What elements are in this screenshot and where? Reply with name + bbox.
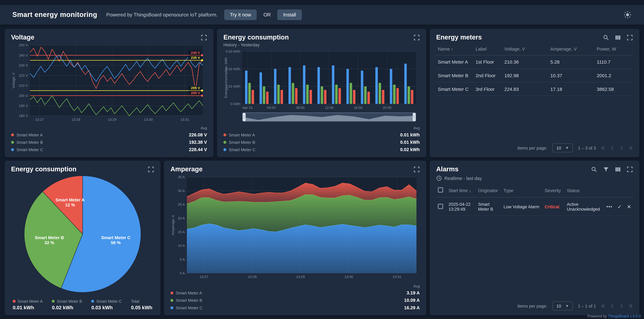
svg-text:240 V: 240 V bbox=[19, 54, 28, 57]
legend-item-meter-b[interactable]: Smart Meter B192.38 V bbox=[11, 138, 207, 146]
first-page-button[interactable] bbox=[601, 145, 606, 150]
svg-text:13:30: 13:30 bbox=[344, 275, 353, 279]
cell-originator: Smart Meter B bbox=[476, 197, 502, 216]
first-page-button[interactable] bbox=[601, 304, 606, 308]
cell-label: 2nd Floor bbox=[474, 69, 503, 82]
column-severity[interactable]: Severity bbox=[543, 184, 565, 197]
cell-power: 3862.58 bbox=[595, 82, 633, 96]
energy-bar-chart[interactable]: 0.03 kWh0.02 kWh0.01 kWh0 kWhApr 2104:00… bbox=[224, 49, 420, 110]
legend-item-meter-a[interactable]: Smart Meter A 0.01 kWh bbox=[13, 299, 42, 310]
legend-item-meter-c[interactable]: Smart Meter C228.44 V bbox=[11, 146, 207, 153]
svg-text:13:29: 13:29 bbox=[296, 275, 305, 279]
theme-toggle-sun-icon[interactable] bbox=[624, 11, 632, 19]
fullscreen-icon[interactable] bbox=[201, 34, 207, 40]
alarm-row[interactable]: 2025-04-22 13:29:49 Smart Meter B Low Vo… bbox=[436, 197, 633, 216]
cell-amperage: 17.18 bbox=[549, 82, 595, 96]
try-it-now-button[interactable]: Try it now bbox=[224, 10, 257, 20]
dashboard: Smart energy monitoring Powered by Thing… bbox=[0, 0, 644, 319]
last-page-button[interactable] bbox=[628, 145, 633, 150]
fullscreen-icon[interactable] bbox=[627, 34, 633, 40]
legend-value: 0.01 kWh bbox=[400, 140, 420, 144]
previous-page-button[interactable] bbox=[610, 304, 615, 308]
cell-voltage: 224.83 bbox=[503, 82, 549, 96]
column-amperage[interactable]: Amperage, V bbox=[549, 43, 595, 55]
pie-legend: Smart Meter A 0.01 kWh Smart Meter B 0.0… bbox=[11, 298, 154, 311]
column-label[interactable]: Label bbox=[474, 43, 503, 55]
series-color-dot bbox=[11, 133, 14, 136]
filter-icon[interactable] bbox=[603, 166, 609, 172]
select-all-checkbox[interactable] bbox=[438, 187, 443, 192]
items-per-page-select[interactable]: 10▼ bbox=[552, 143, 573, 152]
column-power[interactable]: Power, W bbox=[595, 43, 633, 55]
columns-icon[interactable] bbox=[615, 166, 621, 172]
svg-text:10 A: 10 A bbox=[178, 244, 185, 248]
search-icon[interactable] bbox=[591, 166, 597, 172]
cell-amperage: 10.37 bbox=[549, 69, 595, 82]
series-color-dot bbox=[170, 306, 173, 309]
dashboard-subtitle: Powered by ThingsBoard opensource IoT pl… bbox=[106, 12, 218, 18]
voltage-line-chart[interactable]: 250 V240 V230 V220 V210 V200 V190 V180 V… bbox=[11, 43, 207, 122]
legend-value: 16.29 A bbox=[404, 305, 420, 310]
more-actions-button[interactable]: ••• bbox=[606, 204, 612, 209]
legend-item-meter-a[interactable]: Smart Meter A3.19 A bbox=[170, 289, 420, 296]
legend-item-meter-b[interactable]: Smart Meter B0.01 kWh bbox=[224, 138, 420, 146]
table-row[interactable]: Smart Meter C 3rd Floor 224.83 17.18 386… bbox=[436, 82, 633, 96]
series-color-dot bbox=[13, 300, 16, 302]
column-status[interactable]: Status bbox=[565, 184, 602, 197]
alarms-card: Alarms Realtime - last day Start time↓ bbox=[430, 160, 640, 316]
svg-text:13:28: 13:28 bbox=[72, 118, 80, 122]
legend-item-meter-b[interactable]: Smart Meter B10.09 A bbox=[170, 296, 420, 304]
svg-text:13:28: 13:28 bbox=[248, 275, 257, 279]
legend-item-meter-b[interactable]: Smart Meter B 0.02 kWh bbox=[52, 299, 82, 310]
legend-item-meter-a[interactable]: Smart Meter A0.01 kWh bbox=[224, 131, 420, 138]
legend-item-meter-a[interactable]: Smart Meter A226.08 V bbox=[11, 131, 207, 138]
table-row[interactable]: Smart Meter B 2nd Floor 192.98 10.37 200… bbox=[436, 69, 633, 82]
fullscreen-icon[interactable] bbox=[414, 166, 420, 172]
range-handle-left[interactable] bbox=[243, 113, 246, 121]
fullscreen-icon[interactable] bbox=[414, 34, 420, 40]
chevron-down-icon: ▼ bbox=[565, 304, 569, 308]
column-voltage[interactable]: Voltage, V bbox=[503, 43, 549, 55]
acknowledge-button[interactable]: ✓ bbox=[618, 204, 622, 209]
card-title: Energy meters bbox=[436, 34, 482, 41]
next-page-button[interactable] bbox=[619, 304, 624, 308]
voltage-card: Voltage 250 V240 V230 V220 V210 V200 V19… bbox=[4, 29, 214, 158]
energy-meters-table: Name↑ Label Voltage, V Amperage, V Power… bbox=[436, 43, 633, 96]
amperage-area-chart[interactable]: 35 A30 A25 A20 A15 A10 A5 A0 A13:2713:28… bbox=[170, 174, 420, 281]
legend-value: 226.08 V bbox=[189, 132, 207, 137]
energy-pie-chart[interactable]: Smart Meter C56 %Smart Meter B32 %Smart … bbox=[11, 174, 154, 294]
cell-voltage: 192.98 bbox=[503, 69, 549, 82]
legend-name: Smart Meter B bbox=[16, 140, 43, 144]
range-handle-right[interactable] bbox=[413, 113, 416, 121]
fullscreen-icon[interactable] bbox=[627, 166, 633, 172]
series-color-dot bbox=[224, 148, 226, 151]
column-name[interactable]: Name↑ bbox=[436, 43, 474, 55]
dashboard-title: Smart energy monitoring bbox=[12, 11, 97, 19]
legend-item-meter-c[interactable]: Smart Meter C 0.03 kWh bbox=[91, 299, 122, 310]
thingsboard-version-link[interactable]: ThingsBoard v.4.0.0 bbox=[608, 314, 641, 318]
fullscreen-icon[interactable] bbox=[148, 166, 154, 172]
table-row[interactable]: Smart Meter A 1st Floor 210.36 5.28 1110… bbox=[436, 55, 633, 69]
legend-item-meter-c[interactable]: Smart Meter C0.02 kWh bbox=[224, 146, 420, 153]
alarms-timewindow[interactable]: Realtime - last day bbox=[436, 174, 633, 184]
columns-icon[interactable] bbox=[615, 34, 621, 40]
clear-alarm-button[interactable]: ✕ bbox=[627, 204, 631, 209]
previous-page-button[interactable] bbox=[610, 145, 615, 150]
svg-text:13:31: 13:31 bbox=[180, 118, 189, 122]
legend-name: Smart Meter A bbox=[176, 290, 202, 295]
search-icon[interactable] bbox=[603, 34, 609, 40]
last-page-button[interactable] bbox=[628, 304, 633, 308]
cell-name: Smart Meter B bbox=[436, 69, 474, 82]
column-start-time[interactable]: Start time↓ bbox=[447, 184, 476, 197]
time-range-scrollbar[interactable] bbox=[242, 112, 416, 122]
items-per-page-select[interactable]: 10▼ bbox=[552, 302, 573, 310]
install-button[interactable]: Install bbox=[277, 10, 302, 20]
legend-item-meter-c[interactable]: Smart Meter C16.29 A bbox=[170, 304, 420, 311]
next-page-button[interactable] bbox=[619, 145, 624, 150]
svg-text:210 V: 210 V bbox=[19, 84, 28, 88]
column-originator[interactable]: Originator bbox=[476, 184, 502, 197]
legend-value: 0.01 kWh bbox=[13, 305, 42, 310]
column-type[interactable]: Type bbox=[502, 184, 543, 197]
energy-consumption-history-card: Energy consumption History - Yesterday 0… bbox=[217, 29, 426, 158]
row-checkbox[interactable] bbox=[438, 204, 443, 209]
